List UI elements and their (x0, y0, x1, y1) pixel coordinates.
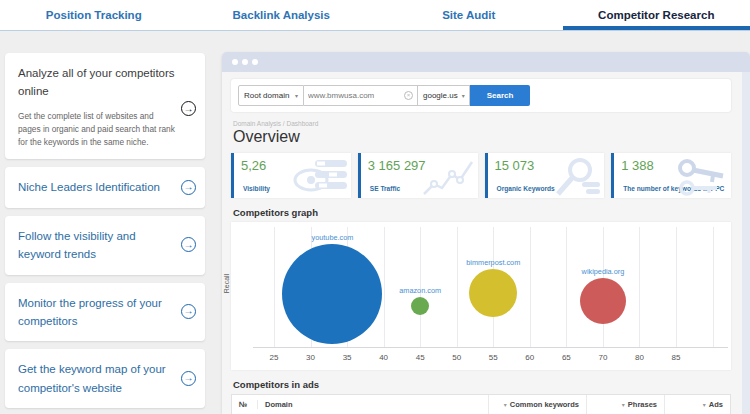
x-tick-label: 65 (562, 353, 571, 362)
scope-select-value: Root domain (244, 91, 289, 100)
bubble-bimmerpost.com[interactable] (469, 269, 517, 317)
gridline (457, 227, 458, 347)
window-titlebar (222, 52, 750, 72)
stat-label: Visibility (243, 185, 270, 192)
column-ads-sort[interactable]: Ads (664, 395, 730, 414)
column-number: № (232, 400, 258, 409)
x-tick-label: 50 (452, 353, 461, 362)
sidebar-card-description: Get the complete list of websites and pa… (18, 110, 175, 149)
top-tabs-bar: Position Tracking Backlink Analysis Site… (0, 0, 750, 31)
magnifier-watermark-icon (546, 156, 602, 196)
sidebar-card-keyword-map[interactable]: Get the keyword map of your competitor's… (5, 349, 205, 408)
region-select-value: google.us (423, 91, 458, 100)
column-phrases-sort[interactable]: Phrases (586, 395, 664, 414)
search-button[interactable]: Search (470, 85, 530, 106)
bubble-youtube.com[interactable] (282, 244, 382, 344)
sidebar-card-title: Get the keyword map of your competitor's… (18, 360, 175, 397)
gridline (530, 227, 531, 347)
arrow-right-circle-icon[interactable] (181, 237, 196, 252)
gridline (566, 227, 567, 347)
y-axis-label: Recall (223, 274, 230, 293)
gridline (274, 227, 275, 347)
x-tick-label: 85 (672, 353, 681, 362)
bubble-wikipedia.org[interactable] (580, 278, 626, 324)
column-common-keywords-sort[interactable]: Common keywords (488, 395, 586, 414)
x-tick-label: 30 (306, 353, 315, 362)
sidebar-card-niche-leaders[interactable]: Niche Leaders Identification (5, 167, 205, 207)
tab-site-audit[interactable]: Site Audit (375, 0, 563, 30)
gridline (676, 227, 677, 347)
bubble-amazon.com[interactable] (411, 297, 429, 315)
domain-input[interactable] (308, 91, 398, 100)
stat-label: SE Traffic (370, 185, 400, 192)
gridline (384, 227, 385, 347)
region-select[interactable]: google.us (418, 85, 470, 106)
gridline (639, 227, 640, 347)
x-tick-label: 60 (525, 353, 534, 362)
sidebar: Analyze all of your competitors online G… (5, 31, 205, 414)
arrow-right-circle-icon[interactable] (181, 180, 196, 195)
vertical-scrollbar[interactable] (742, 72, 750, 414)
bubble-chart-plot: youtube.comamazon.combimmerpost.comwikip… (253, 227, 728, 348)
competitors-graph-card: Recall youtube.comamazon.combimmerpost.c… (231, 222, 731, 370)
tab-position-tracking[interactable]: Position Tracking (0, 0, 188, 30)
column-label: Common keywords (510, 400, 579, 409)
stat-card-se-traffic: 3 165 297 SE Traffic (358, 153, 478, 198)
bubble-label: bimmerpost.com (466, 258, 520, 267)
sidebar-card-title: Niche Leaders Identification (18, 178, 175, 196)
gridline (713, 227, 714, 347)
stat-card-ppc-keywords: 1 388 The number of keywords in PPC (611, 153, 731, 198)
sidebar-card-title: Monitor the progress of your competitors (18, 294, 175, 331)
tab-competitor-research[interactable]: Competitor Research (563, 0, 750, 30)
page-content: Analyze all of your competitors online G… (0, 31, 750, 414)
x-tick-label: 35 (343, 353, 352, 362)
stat-card-organic-keywords: 15 073 Organic Keywords (485, 153, 605, 198)
x-axis-ticks: 253035404550556065708085 (253, 353, 728, 365)
arrow-right-circle-icon[interactable] (181, 371, 196, 386)
x-tick-label: 45 (416, 353, 425, 362)
x-tick-label: 80 (635, 353, 644, 362)
column-domain: Domain (258, 400, 488, 409)
tab-backlink-analysis[interactable]: Backlink Analysis (188, 0, 376, 30)
sidebar-card-title: Follow the visibility and keyword trends (18, 227, 175, 264)
arrow-right-circle-icon[interactable] (181, 304, 196, 319)
sidebar-card-title: Analyze all of your competitors online (18, 64, 175, 101)
ads-table-header: № Domain Common keywords Phrases Ads (231, 394, 731, 414)
window-body: Root domain google.us Search Domain Anal… (222, 72, 750, 414)
bubble-label: wikipedia.org (582, 267, 625, 276)
x-tick-label: 25 (270, 353, 279, 362)
x-tick-label: 70 (598, 353, 607, 362)
scope-select[interactable]: Root domain (238, 85, 304, 106)
x-tick-label: 40 (379, 353, 388, 362)
ads-section-title: Competitors in ads (233, 379, 741, 390)
sidebar-card-monitor-progress[interactable]: Monitor the progress of your competitors (5, 283, 205, 342)
stats-row: 5,26 Visibility 3 165 297 SE Traffic (231, 153, 731, 198)
sidebar-card-visibility-trends[interactable]: Follow the visibility and keyword trends (5, 216, 205, 275)
window-control-dot[interactable] (242, 59, 248, 65)
search-panel: Root domain google.us Search (231, 79, 731, 112)
graph-section-title: Competitors graph (233, 207, 741, 218)
domain-input-wrap (304, 85, 418, 106)
clear-input-icon[interactable] (404, 91, 413, 100)
page-title: Overview (233, 128, 741, 146)
column-label: Phrases (628, 400, 657, 409)
column-label: Ads (709, 400, 723, 409)
arrow-right-circle-icon[interactable] (181, 101, 196, 116)
trend-line-watermark-icon (420, 156, 476, 196)
keys-watermark-icon (673, 156, 729, 196)
x-tick-label: 55 (489, 353, 498, 362)
bubble-label: amazon.com (399, 286, 441, 295)
window-control-dot[interactable] (252, 59, 258, 65)
bubble-label: youtube.com (312, 233, 354, 242)
app-window: Root domain google.us Search Domain Anal… (222, 52, 750, 414)
eye-sliders-watermark-icon (293, 156, 349, 194)
stat-card-visibility: 5,26 Visibility (231, 153, 351, 198)
breadcrumb[interactable]: Domain Analysis / Dashboard (233, 120, 741, 127)
sidebar-card-analyze-competitors[interactable]: Analyze all of your competitors online G… (5, 53, 205, 159)
window-control-dot[interactable] (232, 59, 238, 65)
